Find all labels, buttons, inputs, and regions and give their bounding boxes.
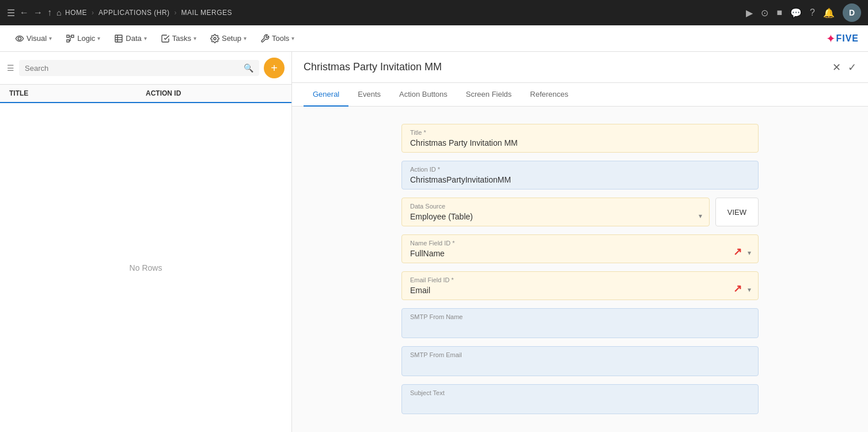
setup-arrow: ▾ [244, 35, 247, 41]
svg-rect-3 [67, 40, 69, 42]
chat-icon[interactable]: 💬 [790, 7, 802, 18]
five-logo: ✦ FIVE [826, 32, 859, 46]
home-label: HOME [65, 9, 87, 17]
tasks-icon [161, 34, 170, 43]
search-input[interactable] [25, 64, 239, 73]
name-field-id-label: Name Field ID * [410, 240, 750, 247]
forward-arrow-icon[interactable]: → [33, 7, 43, 18]
bell-icon[interactable]: 🔔 [823, 7, 835, 18]
top-nav-left: ☰ ← → ↑ ⌂ HOME › APPLICATIONS (HR) › MAI… [7, 7, 741, 18]
smtp-from-email-label: SMTP From Email [410, 351, 750, 358]
tools-menu[interactable]: Tools ▾ [255, 31, 300, 47]
setup-icon [210, 34, 219, 43]
data-source-label: Data Source [410, 203, 701, 210]
data-source-field[interactable]: Data Source Employee (Table) ▾ [401, 198, 710, 226]
second-toolbar: Visual ▾ Logic ▾ Data ▾ Tasks ▾ Setup ▾ … [0, 25, 868, 52]
left-panel: ☰ 🔍 + Title Action ID No Rows [0, 52, 292, 432]
no-rows-message: No Rows [130, 263, 162, 272]
smtp-from-name-value [410, 323, 750, 333]
logic-label: Logic [77, 34, 95, 43]
svg-point-11 [214, 37, 216, 40]
data-icon [114, 34, 123, 43]
help-icon[interactable]: ? [810, 7, 815, 18]
right-header: Christmas Party Invitation MM ✕ ✓ [292, 52, 868, 83]
subject-text-field[interactable]: Subject Text [401, 384, 759, 414]
tab-references[interactable]: References [521, 83, 577, 107]
setup-label: Setup [222, 34, 241, 43]
svg-rect-2 [71, 35, 74, 37]
play-icon[interactable]: ▶ [746, 7, 753, 18]
up-arrow-icon[interactable]: ↑ [47, 7, 52, 18]
smtp-from-email-field[interactable]: SMTP From Email [401, 346, 759, 376]
top-nav-right: ▶ ⊙ ■ 💬 ? 🔔 D [746, 3, 861, 22]
view-button[interactable]: VIEW [715, 198, 759, 226]
stop-icon[interactable]: ■ [776, 7, 782, 18]
tab-action-buttons[interactable]: Action Buttons [390, 83, 457, 107]
data-source-dropdown-icon[interactable]: ▾ [699, 212, 702, 220]
toolbar-left: Visual ▾ Logic ▾ Data ▾ Tasks ▾ Setup ▾ … [9, 31, 300, 47]
search-icon[interactable]: 🔍 [244, 63, 253, 73]
form-inner: Title * Christmas Party Invitation MM Ac… [401, 124, 759, 414]
smtp-from-name-field[interactable]: SMTP From Name [401, 308, 759, 338]
hamburger-icon[interactable]: ☰ [7, 7, 15, 18]
back-arrow-icon[interactable]: ← [20, 7, 29, 18]
visual-label: Visual [26, 34, 47, 43]
right-panel: Christmas Party Invitation MM ✕ ✓ Genera… [292, 52, 868, 432]
action-id-value: ChristmasPartyInvitationMM [410, 175, 750, 184]
chevron-2: › [175, 9, 177, 17]
svg-point-0 [18, 37, 21, 40]
close-button[interactable]: ✕ [832, 61, 841, 74]
tasks-arrow: ▾ [194, 35, 196, 41]
logic-menu[interactable]: Logic ▾ [60, 31, 106, 47]
table-body: No Rows [0, 103, 291, 432]
breadcrumb: ⌂ HOME › APPLICATIONS (HR) › MAIL MERGES [56, 8, 232, 17]
action-id-field[interactable]: Action ID * ChristmasPartyInvitationMM [401, 161, 759, 190]
filter-icon[interactable]: ☰ [7, 63, 14, 73]
top-nav: ☰ ← → ↑ ⌂ HOME › APPLICATIONS (HR) › MAI… [0, 0, 868, 25]
name-field-dropdown-icon[interactable]: ▾ [748, 249, 751, 257]
confirm-button[interactable]: ✓ [848, 61, 856, 74]
title-field[interactable]: Title * Christmas Party Invitation MM [401, 124, 759, 153]
home-icon: ⌂ [56, 8, 62, 17]
action-id-label: Action ID * [410, 166, 750, 173]
email-field-id[interactable]: Email Field ID * Email ▾ ↗ [401, 271, 759, 300]
mail-merges-breadcrumb[interactable]: MAIL MERGES [181, 9, 232, 17]
email-field-id-label: Email Field ID * [410, 276, 750, 283]
tools-label: Tools [272, 34, 289, 43]
applications-breadcrumb[interactable]: APPLICATIONS (HR) [98, 9, 170, 17]
visual-arrow: ▾ [49, 35, 52, 41]
tab-general[interactable]: General [304, 83, 348, 107]
visual-menu[interactable]: Visual ▾ [9, 31, 58, 47]
tasks-label: Tasks [172, 34, 191, 43]
visual-icon [15, 34, 24, 43]
tasks-menu[interactable]: Tasks ▾ [155, 31, 202, 47]
data-label: Data [126, 34, 141, 43]
avatar[interactable]: D [843, 3, 861, 22]
data-arrow: ▾ [144, 35, 147, 41]
smtp-from-email-value [410, 361, 750, 371]
name-field-id-value: FullName [410, 249, 750, 258]
name-field-id[interactable]: Name Field ID * FullName ▾ ↗ [401, 234, 759, 263]
five-logo-text: FIVE [836, 33, 859, 44]
setup-menu[interactable]: Setup ▾ [204, 31, 252, 47]
svg-rect-7 [115, 35, 122, 42]
data-menu[interactable]: Data ▾ [108, 31, 152, 47]
title-column-header: Title [9, 89, 146, 97]
tab-screen-fields[interactable]: Screen Fields [457, 83, 521, 107]
tools-arrow: ▾ [291, 35, 294, 41]
home-breadcrumb[interactable]: ⌂ HOME [56, 8, 87, 17]
chevron-1: › [92, 9, 94, 17]
data-source-value: Employee (Table) [410, 212, 701, 221]
tab-events[interactable]: Events [348, 83, 390, 107]
action-id-column-header: Action ID [146, 89, 282, 97]
tools-icon [260, 34, 270, 43]
smtp-from-name-label: SMTP From Name [410, 313, 750, 320]
email-field-dropdown-icon[interactable]: ▾ [748, 286, 751, 294]
add-button[interactable]: + [264, 58, 285, 78]
search-nav-icon[interactable]: ⊙ [761, 7, 768, 18]
logic-icon [66, 34, 75, 43]
right-header-actions: ✕ ✓ [832, 61, 856, 74]
tabs: General Events Action Buttons Screen Fie… [292, 83, 868, 107]
data-source-row: Data Source Employee (Table) ▾ VIEW [401, 198, 759, 226]
search-bar: ☰ 🔍 + [0, 52, 291, 85]
